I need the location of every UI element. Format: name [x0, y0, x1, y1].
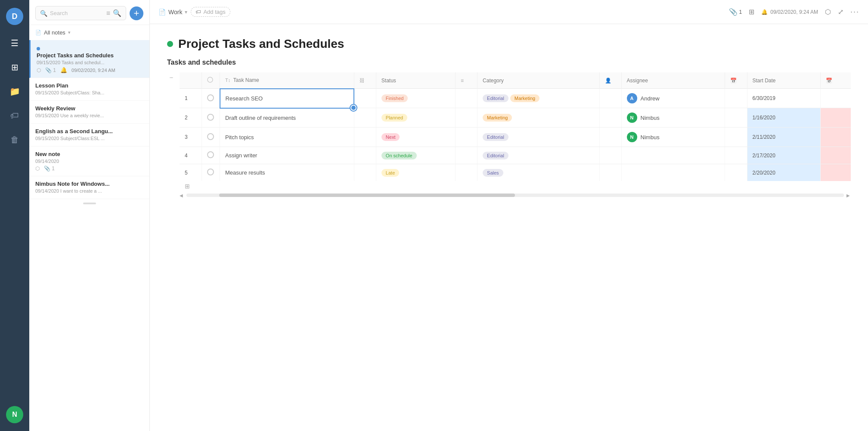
table-wrapper: T↕ Task Name ⛓ Status ≡ Category	[180, 72, 851, 201]
add-tags-button[interactable]: 🏷 Add tags	[191, 7, 230, 17]
col-header-task: T↕ Task Name	[220, 72, 354, 89]
category-badge: Editorial	[483, 152, 508, 159]
timestamp-text: 09/02/2020, 9:24 AM	[770, 9, 818, 15]
sidebar-item-3[interactable]: English as a Second Langu... 09/15/2020 …	[29, 124, 149, 147]
scroll-left-button[interactable]: ◀	[180, 193, 184, 197]
radio-circle[interactable]	[207, 151, 214, 158]
more-options-icon[interactable]: ···	[850, 7, 859, 16]
sidebar-item-meta: ⬡📎 1🔔 09/02/2020, 9:24 AM	[37, 67, 143, 73]
link-cell	[354, 108, 376, 128]
radio-circle[interactable]	[207, 133, 214, 140]
row-number: 1	[180, 89, 202, 108]
col-header-status: Status	[376, 72, 455, 89]
category-badge: Sales	[483, 169, 503, 177]
sidebar: 🔍 Search ≡ 🔍 + 📄 All notes ▾ Project Tas…	[29, 0, 150, 431]
cat-icon-cell	[456, 89, 477, 108]
sidebar-header: 🔍 Search ≡ 🔍 +	[29, 0, 149, 25]
sidebar-item-date: 09/15/2020 Tasks and schedul...	[37, 60, 143, 65]
table-row[interactable]: 5 Measure results Late Sales 2/20/2020	[180, 164, 851, 181]
assignee-avatar: A	[627, 93, 637, 103]
share-icon[interactable]: ⬡	[825, 8, 831, 16]
task-name: Draft outline of requirements	[225, 115, 296, 121]
row-number: 5	[180, 164, 202, 181]
scroll-right-button[interactable]: ▶	[846, 193, 851, 197]
expand-symbol: ⤢	[838, 8, 843, 16]
row-radio[interactable]	[202, 128, 220, 147]
status-badge: Next	[381, 133, 400, 141]
task-name-cell[interactable]: Draft outline of requirements	[220, 108, 354, 128]
col-header-link: ⛓	[354, 72, 376, 89]
radio-circle[interactable]	[207, 114, 214, 121]
paperclip-icon: 📎	[729, 8, 738, 16]
user-avatar[interactable]: D	[6, 8, 23, 25]
sidebar-item-2[interactable]: Weekly Review 09/15/2020 Use a weekly re…	[29, 101, 149, 124]
table-row[interactable]: 4 Assign writer On schedule Editorial 2/…	[180, 147, 851, 164]
attachment-meta-icon: 📎 1	[44, 166, 55, 172]
sidebar-item-1[interactable]: Lesson Plan 09/15/2020 Subject/Class: Sh…	[29, 78, 149, 101]
assignee-cell-wrapper: N Nimbus	[621, 108, 725, 128]
attachment-icon[interactable]: 📎 1	[729, 8, 742, 16]
expand-icon[interactable]: ⤢	[838, 8, 843, 16]
sidebar-item-0[interactable]: Project Tasks and Schedules 09/15/2020 T…	[29, 40, 149, 78]
status-badge: Late	[381, 169, 399, 177]
all-notes-doc-icon: 📄	[35, 30, 41, 35]
folder-icon[interactable]: 📁	[9, 85, 21, 97]
table-row[interactable]: 3 Pitch topics Next Editorial N Nimbus 2…	[180, 128, 851, 147]
nimbus-avatar[interactable]: N	[6, 406, 23, 423]
h-scroll-thumb[interactable]	[219, 194, 515, 197]
share-meta-icon: ⬡	[35, 166, 40, 172]
grid-icon[interactable]: ⊞	[9, 61, 21, 73]
all-notes-row[interactable]: 📄 All notes ▾	[29, 25, 149, 40]
task-name: Assign writer	[225, 152, 257, 159]
assignee-avatar: N	[627, 132, 637, 142]
assign-icon-cell	[599, 128, 621, 147]
filter-icon[interactable]: ≡	[106, 9, 110, 17]
row-radio[interactable]	[202, 147, 220, 164]
table-row[interactable]: 2 Draft outline of requirements Planned …	[180, 108, 851, 128]
sidebar-item-date: 09/15/2020 Use a weekly revie...	[35, 113, 143, 118]
search-submit-icon[interactable]: 🔍	[113, 9, 121, 17]
bell-icon[interactable]: 🔔	[761, 9, 768, 15]
add-note-button[interactable]: +	[130, 6, 143, 20]
trash-icon[interactable]: 🗑	[9, 134, 21, 146]
table-row[interactable]: 1 Research SEO Finished EditorialMarketi…	[180, 89, 851, 108]
menu-icon[interactable]: ☰	[9, 37, 21, 49]
search-placeholder: Search	[50, 10, 68, 16]
breadcrumb-work[interactable]: 📄 Work ▾	[158, 9, 187, 16]
add-filter-button[interactable]: ⊞	[180, 181, 851, 191]
status-cell: Planned	[376, 108, 455, 128]
task-name: Research SEO	[226, 95, 263, 102]
row-radio[interactable]	[202, 89, 220, 108]
task-name-cell[interactable]: Measure results	[220, 164, 354, 181]
assign-icon-cell	[599, 108, 621, 128]
sidebar-item-title: Weekly Review	[35, 105, 143, 112]
sidebar-item-4[interactable]: New note 09/14/2020 ⬡📎 1	[29, 147, 149, 176]
row-options-icon[interactable]: ···	[170, 73, 174, 83]
search-box[interactable]: 🔍 Search ≡ 🔍	[35, 6, 126, 20]
note-title: Project Tasks and Schedules	[178, 37, 344, 51]
layout-icon[interactable]: ⊞	[749, 8, 754, 16]
row-number: 2	[180, 108, 202, 128]
col-header-cal-icon: 📅	[725, 72, 747, 89]
task-name-cell[interactable]: Assign writer	[220, 147, 354, 164]
assignee-cell-wrapper: N Nimbus	[621, 128, 725, 147]
col-header-category: Category	[477, 72, 599, 89]
sidebar-item-5[interactable]: Nimbus Note for Windows... 09/14/2020 I …	[29, 176, 149, 199]
task-name-cell[interactable]: Research SEO	[220, 89, 354, 108]
category-cell: Editorial	[477, 128, 599, 147]
sidebar-item-meta: ⬡📎 1	[35, 166, 143, 172]
tag-icon[interactable]: 🏷	[9, 109, 21, 122]
category-badge: Editorial	[483, 133, 508, 141]
start-date-cell: 1/16/2020	[747, 108, 820, 128]
note-status-dot	[167, 41, 173, 47]
assignee-cell-wrapper: A Andrew	[621, 89, 725, 108]
assignee-cell-wrapper	[621, 147, 725, 164]
end-date-cell	[820, 147, 851, 164]
task-name-cell[interactable]: Pitch topics	[220, 128, 354, 147]
active-indicator	[37, 47, 40, 50]
radio-circle[interactable]	[207, 169, 214, 175]
row-radio[interactable]	[202, 108, 220, 128]
row-radio[interactable]	[202, 164, 220, 181]
start-date-cell: 2/17/2020	[747, 147, 820, 164]
radio-circle[interactable]	[207, 94, 214, 101]
